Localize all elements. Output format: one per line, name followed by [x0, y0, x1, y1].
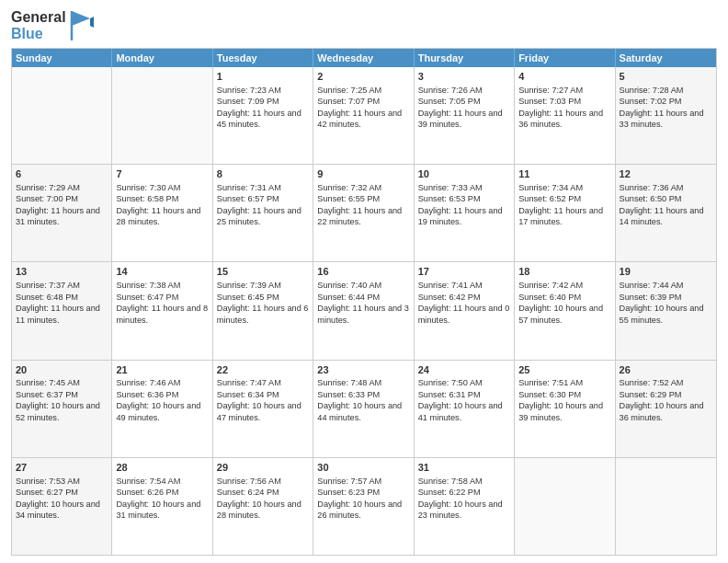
- header-monday: Monday: [112, 49, 212, 67]
- day-number: 2: [317, 70, 409, 84]
- calendar-row-1: 6Sunrise: 7:29 AM Sunset: 7:00 PM Daylig…: [12, 164, 716, 261]
- day-number: 16: [317, 265, 409, 279]
- day-number: 27: [16, 461, 108, 475]
- header-thursday: Thursday: [415, 49, 515, 67]
- logo-blue-text: Blue: [11, 26, 66, 42]
- calendar-row-2: 13Sunrise: 7:37 AM Sunset: 6:48 PM Dayli…: [12, 261, 716, 359]
- day-info: Sunrise: 7:56 AM Sunset: 6:24 PM Dayligh…: [217, 477, 301, 520]
- day-info: Sunrise: 7:39 AM Sunset: 6:45 PM Dayligh…: [217, 281, 309, 324]
- svg-marker-0: [72, 11, 90, 26]
- day-info: Sunrise: 7:27 AM Sunset: 7:03 PM Dayligh…: [518, 86, 603, 129]
- day-info: Sunrise: 7:29 AM Sunset: 7:00 PM Dayligh…: [16, 183, 100, 226]
- day-info: Sunrise: 7:57 AM Sunset: 6:23 PM Dayligh…: [317, 477, 402, 520]
- day-cell-17: 17Sunrise: 7:41 AM Sunset: 6:42 PM Dayli…: [415, 262, 515, 359]
- day-cell-6: 6Sunrise: 7:29 AM Sunset: 7:00 PM Daylig…: [12, 165, 112, 261]
- day-info: Sunrise: 7:25 AM Sunset: 7:07 PM Dayligh…: [317, 86, 402, 129]
- day-number: 23: [317, 363, 409, 377]
- day-cell-8: 8Sunrise: 7:31 AM Sunset: 6:57 PM Daylig…: [213, 165, 313, 261]
- day-info: Sunrise: 7:26 AM Sunset: 7:05 PM Dayligh…: [418, 86, 503, 129]
- day-number: 22: [217, 363, 309, 377]
- day-info: Sunrise: 7:52 AM Sunset: 6:29 PM Dayligh…: [620, 378, 704, 421]
- day-info: Sunrise: 7:42 AM Sunset: 6:40 PM Dayligh…: [518, 281, 603, 324]
- day-cell-23: 23Sunrise: 7:48 AM Sunset: 6:33 PM Dayli…: [313, 361, 414, 457]
- day-cell-30: 30Sunrise: 7:57 AM Sunset: 6:23 PM Dayli…: [313, 458, 414, 555]
- day-info: Sunrise: 7:34 AM Sunset: 6:52 PM Dayligh…: [518, 183, 603, 226]
- calendar-row-4: 27Sunrise: 7:53 AM Sunset: 6:27 PM Dayli…: [12, 457, 716, 555]
- header-wednesday: Wednesday: [313, 49, 414, 67]
- day-cell-19: 19Sunrise: 7:44 AM Sunset: 6:39 PM Dayli…: [616, 262, 716, 359]
- logo: General Blue: [11, 9, 94, 42]
- day-number: 5: [620, 70, 712, 84]
- day-number: 18: [518, 265, 610, 279]
- day-cell-10: 10Sunrise: 7:33 AM Sunset: 6:53 PM Dayli…: [415, 165, 515, 261]
- day-cell-15: 15Sunrise: 7:39 AM Sunset: 6:45 PM Dayli…: [213, 262, 313, 359]
- day-number: 11: [518, 167, 610, 181]
- day-number: 4: [518, 70, 610, 84]
- day-info: Sunrise: 7:48 AM Sunset: 6:33 PM Dayligh…: [317, 378, 402, 421]
- day-number: 30: [317, 461, 409, 475]
- day-number: 13: [16, 265, 108, 279]
- day-info: Sunrise: 7:36 AM Sunset: 6:50 PM Dayligh…: [620, 183, 704, 226]
- day-number: 6: [16, 167, 108, 181]
- empty-cell: [515, 458, 615, 555]
- day-cell-21: 21Sunrise: 7:46 AM Sunset: 6:36 PM Dayli…: [112, 361, 212, 457]
- day-cell-26: 26Sunrise: 7:52 AM Sunset: 6:29 PM Dayli…: [616, 361, 716, 457]
- page-container: General Blue SundayMondayTuesdayWednesda…: [0, 0, 728, 563]
- day-number: 3: [418, 70, 510, 84]
- day-cell-28: 28Sunrise: 7:54 AM Sunset: 6:26 PM Dayli…: [112, 458, 212, 555]
- day-info: Sunrise: 7:45 AM Sunset: 6:37 PM Dayligh…: [16, 378, 100, 421]
- day-number: 17: [418, 265, 510, 279]
- day-info: Sunrise: 7:50 AM Sunset: 6:31 PM Dayligh…: [418, 378, 503, 421]
- day-info: Sunrise: 7:51 AM Sunset: 6:30 PM Dayligh…: [518, 378, 603, 421]
- day-cell-14: 14Sunrise: 7:38 AM Sunset: 6:47 PM Dayli…: [112, 262, 212, 359]
- calendar-body: 1Sunrise: 7:23 AM Sunset: 7:09 PM Daylig…: [12, 67, 716, 555]
- day-number: 24: [418, 363, 510, 377]
- day-number: 15: [217, 265, 309, 279]
- day-info: Sunrise: 7:46 AM Sunset: 6:36 PM Dayligh…: [116, 378, 200, 421]
- day-number: 26: [620, 363, 712, 377]
- header-sunday: Sunday: [12, 49, 112, 67]
- day-info: Sunrise: 7:37 AM Sunset: 6:48 PM Dayligh…: [16, 281, 100, 324]
- day-info: Sunrise: 7:40 AM Sunset: 6:44 PM Dayligh…: [317, 281, 409, 324]
- calendar-row-3: 20Sunrise: 7:45 AM Sunset: 6:37 PM Dayli…: [12, 360, 716, 457]
- day-number: 25: [518, 363, 610, 377]
- day-cell-11: 11Sunrise: 7:34 AM Sunset: 6:52 PM Dayli…: [515, 165, 615, 261]
- calendar: SundayMondayTuesdayWednesdayThursdayFrid…: [11, 48, 717, 556]
- day-info: Sunrise: 7:58 AM Sunset: 6:22 PM Dayligh…: [418, 477, 503, 520]
- day-info: Sunrise: 7:23 AM Sunset: 7:09 PM Dayligh…: [217, 86, 301, 129]
- day-number: 10: [418, 167, 510, 181]
- day-number: 8: [217, 167, 309, 181]
- day-cell-18: 18Sunrise: 7:42 AM Sunset: 6:40 PM Dayli…: [515, 262, 615, 359]
- day-cell-27: 27Sunrise: 7:53 AM Sunset: 6:27 PM Dayli…: [12, 458, 112, 555]
- day-cell-3: 3Sunrise: 7:26 AM Sunset: 7:05 PM Daylig…: [415, 67, 515, 164]
- calendar-row-0: 1Sunrise: 7:23 AM Sunset: 7:09 PM Daylig…: [12, 67, 716, 164]
- day-number: 28: [116, 461, 208, 475]
- day-info: Sunrise: 7:32 AM Sunset: 6:55 PM Dayligh…: [317, 183, 402, 226]
- day-cell-2: 2Sunrise: 7:25 AM Sunset: 7:07 PM Daylig…: [313, 67, 414, 164]
- day-cell-7: 7Sunrise: 7:30 AM Sunset: 6:58 PM Daylig…: [112, 165, 212, 261]
- day-number: 1: [217, 70, 309, 84]
- day-cell-9: 9Sunrise: 7:32 AM Sunset: 6:55 PM Daylig…: [313, 165, 414, 261]
- day-number: 20: [16, 363, 108, 377]
- day-number: 9: [317, 167, 409, 181]
- day-info: Sunrise: 7:53 AM Sunset: 6:27 PM Dayligh…: [16, 477, 100, 520]
- logo-text: General Blue: [11, 9, 66, 41]
- day-cell-5: 5Sunrise: 7:28 AM Sunset: 7:02 PM Daylig…: [616, 67, 716, 164]
- empty-cell: [112, 67, 212, 164]
- svg-marker-1: [90, 17, 94, 28]
- empty-cell: [12, 67, 112, 164]
- header-tuesday: Tuesday: [213, 49, 313, 67]
- calendar-header: SundayMondayTuesdayWednesdayThursdayFrid…: [12, 49, 716, 67]
- logo-general-text: General: [11, 9, 66, 26]
- day-info: Sunrise: 7:41 AM Sunset: 6:42 PM Dayligh…: [418, 281, 510, 324]
- logo-flag-svg: [68, 9, 94, 42]
- header-saturday: Saturday: [616, 49, 716, 67]
- day-info: Sunrise: 7:47 AM Sunset: 6:34 PM Dayligh…: [217, 378, 301, 421]
- page-header: General Blue: [11, 9, 717, 42]
- day-cell-29: 29Sunrise: 7:56 AM Sunset: 6:24 PM Dayli…: [213, 458, 313, 555]
- day-cell-4: 4Sunrise: 7:27 AM Sunset: 7:03 PM Daylig…: [515, 67, 615, 164]
- day-info: Sunrise: 7:38 AM Sunset: 6:47 PM Dayligh…: [116, 281, 208, 324]
- day-cell-12: 12Sunrise: 7:36 AM Sunset: 6:50 PM Dayli…: [616, 165, 716, 261]
- day-cell-1: 1Sunrise: 7:23 AM Sunset: 7:09 PM Daylig…: [213, 67, 313, 164]
- day-info: Sunrise: 7:28 AM Sunset: 7:02 PM Dayligh…: [620, 86, 704, 129]
